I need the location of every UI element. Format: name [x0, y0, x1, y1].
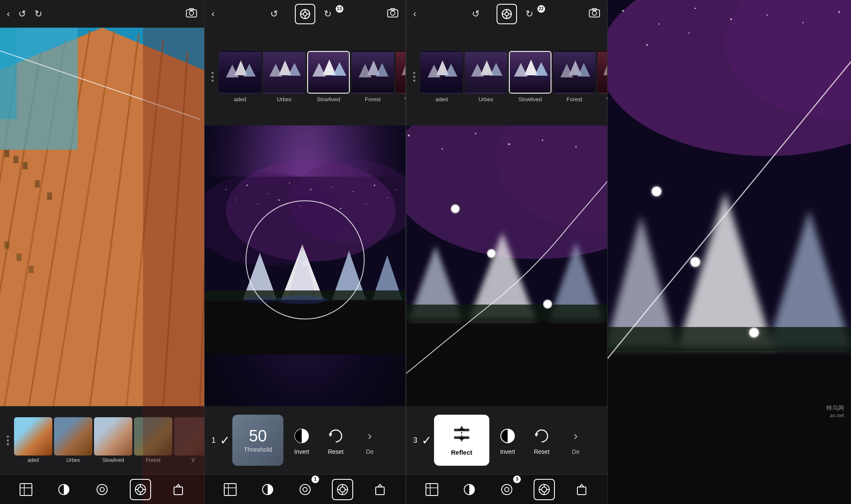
invert-label: Invert: [294, 448, 309, 455]
p3left-history-button[interactable]: ↻: [525, 9, 533, 19]
p3-inner: ‹ ↺ ↻ 22: [406, 0, 851, 504]
undo-button[interactable]: ↺: [18, 9, 26, 20]
panel2-effects-button[interactable]: [295, 4, 315, 24]
panel2-back-button[interactable]: ‹: [211, 9, 214, 20]
p3-reset-button[interactable]: Reset: [526, 422, 557, 458]
panel2-filter-label-urbex: Urbex: [277, 96, 292, 103]
p3left-filter-label-forest: Forest: [567, 96, 583, 103]
p3left-filter-thumbs: aded Urbex: [420, 51, 607, 103]
filter-item-urbex[interactable]: Urbex: [54, 417, 92, 463]
panel2-filter-v[interactable]: V: [396, 51, 406, 103]
p3-de-icon: ›: [565, 425, 586, 447]
filter-item-slowlived[interactable]: Slowlived: [94, 417, 132, 463]
circle-icon-p3l[interactable]: 3: [496, 479, 517, 500]
p3-invert-button[interactable]: Invert: [492, 422, 523, 458]
share-icon-p1[interactable]: [168, 479, 189, 500]
svg-rect-26: [20, 484, 32, 495]
p3-de-button[interactable]: › De: [560, 422, 591, 458]
filter-item-v[interactable]: V: [174, 417, 204, 463]
panel2-confirm[interactable]: ✓: [220, 433, 230, 447]
threshold-button[interactable]: 50 Threshold: [232, 415, 283, 466]
p3left-filter-forest[interactable]: Forest: [553, 51, 596, 103]
svg-point-180: [659, 23, 660, 25]
tiltshift-point-bot[interactable]: [749, 327, 759, 338]
svg-point-185: [838, 11, 840, 13]
svg-rect-111: [376, 487, 384, 495]
svg-point-40: [303, 12, 307, 16]
svg-point-189: [688, 32, 690, 34]
svg-marker-56: [333, 62, 346, 76]
tone-icon-p2[interactable]: [257, 479, 278, 500]
p3-de-label: De: [572, 448, 580, 455]
svg-rect-146: [406, 319, 607, 406]
history-button[interactable]: ↻: [34, 9, 42, 20]
effects-icon-p1[interactable]: [130, 479, 151, 500]
effects-icon-p2[interactable]: [332, 479, 353, 500]
panel2-tent-photo: [205, 125, 406, 406]
p3left-confirm[interactable]: ✓: [422, 433, 431, 447]
crop-icon-p3l[interactable]: [421, 479, 443, 500]
share-icon-p2[interactable]: [369, 479, 391, 500]
p3-reset-label: Reset: [534, 448, 550, 455]
invert-button[interactable]: Invert: [286, 422, 317, 458]
panel2-history-badge: 13: [336, 5, 343, 13]
panel2-filter-forest[interactable]: Forest: [351, 51, 394, 103]
p3left-filter-menu-dots[interactable]: [410, 68, 419, 85]
svg-rect-99: [224, 484, 236, 495]
p3left-effects-button[interactable]: [497, 4, 517, 24]
panel2-filter-slowlived[interactable]: Slowlived: [307, 51, 350, 103]
filter-item-aded[interactable]: aded: [14, 417, 52, 463]
svg-point-140: [475, 133, 476, 134]
circle-icon-p1[interactable]: [91, 479, 113, 500]
svg-point-81: [387, 197, 388, 198]
svg-rect-23: [4, 241, 9, 248]
panel2-filter-aded[interactable]: aded: [219, 51, 261, 103]
filter-label-urbex: Urbex: [66, 457, 80, 463]
tone-icon-p3l[interactable]: [459, 479, 480, 500]
crop-icon-p1[interactable]: [15, 479, 37, 500]
p3left-back-button[interactable]: ‹: [413, 9, 416, 20]
panel2-undo-button[interactable]: ↺: [270, 9, 278, 20]
curve-point-top[interactable]: [451, 204, 460, 214]
back-button[interactable]: ‹: [7, 9, 10, 20]
svg-point-30: [97, 484, 107, 495]
circle-icon-p2[interactable]: 1: [294, 479, 316, 500]
svg-point-143: [575, 146, 577, 148]
panel2-filter-urbex[interactable]: Urbex: [263, 51, 306, 103]
svg-rect-174: [577, 487, 586, 495]
filter-menu-dots[interactable]: [3, 432, 12, 449]
reflect-button[interactable]: Reflect: [434, 415, 489, 466]
p3left-filter-slowlived[interactable]: Slowlived: [509, 51, 551, 103]
svg-point-188: [646, 44, 648, 46]
curve-point-bot[interactable]: [543, 299, 552, 309]
camera-button[interactable]: [186, 7, 197, 21]
tone-icon-p1[interactable]: [53, 479, 74, 500]
svg-rect-25: [29, 266, 34, 273]
watermark-line2: ao.net: [826, 412, 844, 419]
svg-rect-162: [426, 484, 438, 495]
panel2-history-button[interactable]: ↻: [324, 9, 331, 19]
p3left-history-btn-wrap: ↻ 22: [525, 9, 542, 20]
share-icon-p3l[interactable]: [571, 479, 592, 500]
svg-rect-18: [4, 150, 9, 157]
p3-invert-icon: [497, 425, 518, 447]
svg-marker-125: [471, 64, 484, 77]
effects-icon-p3l[interactable]: [534, 479, 555, 500]
p3left-filter-v[interactable]: V: [597, 51, 607, 103]
circle-icon-badge-p3: 3: [513, 476, 521, 483]
p3left-camera-button[interactable]: [588, 7, 600, 21]
watermark-line1: 蜂鸟网: [826, 404, 844, 412]
p3left-undo-button[interactable]: ↺: [472, 9, 480, 20]
reset-button[interactable]: Reset: [320, 422, 351, 458]
svg-rect-190: [608, 348, 851, 504]
svg-rect-19: [14, 156, 18, 163]
panel2-circle-overlay[interactable]: [246, 200, 365, 319]
crop-icon-p2[interactable]: [220, 479, 241, 500]
de-button[interactable]: › De: [354, 422, 386, 458]
svg-point-69: [310, 189, 311, 190]
panel2-filter-menu-dots[interactable]: [208, 68, 217, 85]
panel2-camera-button[interactable]: [387, 7, 399, 21]
p3left-filter-aded[interactable]: aded: [420, 51, 463, 103]
svg-point-73: [395, 189, 396, 190]
p3left-filter-urbex[interactable]: Urbex: [465, 51, 507, 103]
